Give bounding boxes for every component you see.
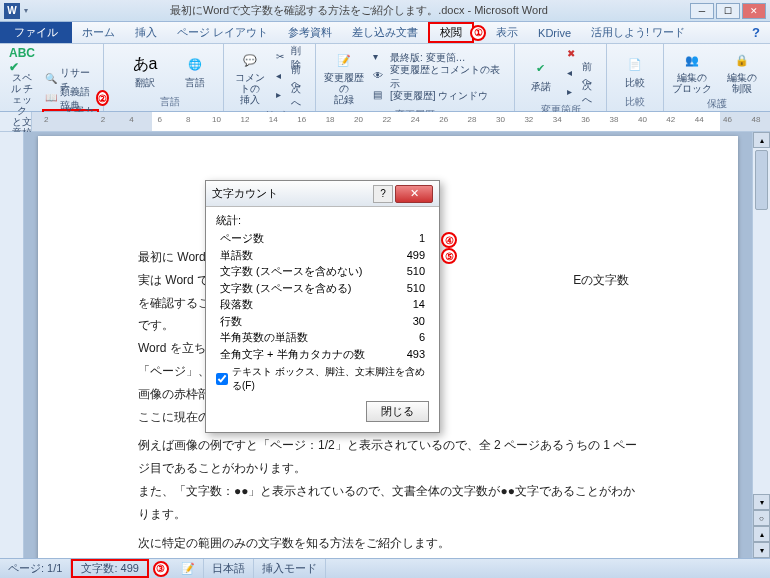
restrict-editing-button[interactable]: 🔒編集の 制限: [718, 46, 766, 96]
callout-5: ⑤: [441, 248, 457, 264]
reject-icon: ✖: [567, 48, 581, 62]
dialog-title: 文字カウント: [212, 186, 373, 201]
tab-insert[interactable]: 挿入: [125, 22, 167, 43]
stat-label: 行数: [220, 313, 242, 330]
maximize-button[interactable]: ☐: [716, 3, 740, 19]
tab-kdrive[interactable]: KDrive: [528, 22, 581, 43]
include-textbox-checkbox[interactable]: [216, 373, 228, 385]
next-comment-button[interactable]: ▸次へ: [273, 87, 311, 105]
ribbon-group-proofing: ABC✔ スペル チェック と文章校正 🔍リサーチ 📖類義語辞典 123文字カウ…: [0, 44, 104, 111]
compare-icon: 📄: [621, 53, 649, 77]
status-bar: ページ: 1/1 文字数: 499 ③ 📝 日本語 挿入モード: [0, 558, 770, 578]
prev-page-button[interactable]: ▴: [753, 526, 770, 542]
ribbon: ABC✔ スペル チェック と文章校正 🔍リサーチ 📖類義語辞典 123文字カウ…: [0, 44, 770, 112]
dropdown-icon: ▾: [373, 51, 387, 65]
language-icon: 🌐: [181, 53, 209, 77]
reviewing-pane-button[interactable]: ▤[変更履歴] ウィンドウ: [370, 87, 510, 105]
next-change-button[interactable]: ▸次へ: [564, 84, 602, 102]
word-app-icon: W: [4, 3, 20, 19]
comment-icon: 💬: [236, 48, 264, 72]
language-button[interactable]: 🌐言語: [171, 46, 219, 94]
include-textbox-label: テキスト ボックス、脚注、文末脚注を含める(F): [232, 365, 429, 393]
stat-label: 文字数 (スペースを含めない): [220, 263, 362, 280]
lock-icon: 🔒: [728, 48, 756, 72]
ribbon-tabs: ファイル ホーム 挿入 ページ レイアウト 参考資料 差し込み文書 校閲 ① 表…: [0, 22, 770, 44]
stat-value: 510: [389, 263, 425, 280]
new-comment-button[interactable]: 💬コメントの 挿入: [228, 46, 271, 107]
tab-view[interactable]: 表示: [486, 22, 528, 43]
vertical-scrollbar[interactable]: ▴ ▾ ○ ▴ ▾: [752, 132, 770, 558]
stat-row: 全角文字 + 半角カタカナの数493: [216, 346, 429, 363]
thesaurus-icon: 📖: [45, 92, 57, 106]
ribbon-group-protect: 👥編集の ブロック 🔒編集の 制限 保護: [664, 44, 770, 111]
track-changes-button[interactable]: 📝変更履歴の 記録: [320, 46, 368, 107]
callout-4: ④: [441, 232, 457, 248]
show-markup-button[interactable]: 👁変更履歴とコメントの表示: [370, 68, 510, 86]
horizontal-ruler[interactable]: 2246810121416182022242628303234363840424…: [0, 112, 770, 132]
ribbon-group-compare: 📄比較 比較: [607, 44, 664, 111]
status-language[interactable]: 日本語: [204, 559, 254, 578]
tab-review[interactable]: 校閲: [428, 22, 474, 43]
prev-icon: ◂: [276, 70, 288, 84]
dialog-close-button[interactable]: ✕: [395, 185, 433, 203]
scroll-down-button[interactable]: ▾: [753, 494, 770, 510]
tab-references[interactable]: 参考資料: [278, 22, 342, 43]
callout-1: ①: [470, 25, 486, 41]
tab-use[interactable]: 活用しよう! ワード: [581, 22, 695, 43]
ribbon-group-comments: 💬コメントの 挿入 ✂削除 ◂前へ ▸次へ コメント: [224, 44, 316, 111]
status-insert-mode[interactable]: 挿入モード: [254, 559, 326, 578]
stat-row: ページ数1: [216, 230, 429, 247]
next-change-icon: ▸: [567, 86, 579, 100]
stat-label: 全角文字 + 半角カタカナの数: [220, 346, 365, 363]
accept-icon: ✔: [527, 57, 555, 81]
next-icon: ▸: [276, 89, 288, 103]
stat-label: 文字数 (スペースを含める): [220, 280, 351, 297]
stat-label: 段落数: [220, 296, 253, 313]
vertical-ruler[interactable]: [0, 132, 24, 558]
status-wordcount[interactable]: 文字数: 499: [71, 559, 148, 578]
block-icon: 👥: [678, 48, 706, 72]
stat-value: 6: [389, 329, 425, 346]
spellcheck-icon: ABC✔: [8, 48, 36, 72]
close-button[interactable]: ✕: [742, 3, 766, 19]
browse-object-button[interactable]: ○: [753, 510, 770, 526]
block-authors-button[interactable]: 👥編集の ブロック: [668, 46, 716, 96]
help-icon[interactable]: ?: [742, 22, 770, 43]
status-input-indicator[interactable]: 📝: [173, 559, 204, 578]
para: また、「文字数：●●」と表示されているので、文書全体の文字数が●●文字であること…: [138, 480, 638, 526]
markup-icon: 👁: [373, 70, 387, 84]
translate-button[interactable]: あa翻訳: [121, 46, 169, 94]
tab-home[interactable]: ホーム: [72, 22, 125, 43]
stat-row: 段落数14: [216, 296, 429, 313]
tab-layout[interactable]: ページ レイアウト: [167, 22, 278, 43]
tab-file[interactable]: ファイル: [0, 22, 72, 43]
ribbon-group-tracking: 📝変更履歴の 記録 ▾最終版: 変更箇… 👁変更履歴とコメントの表示 ▤[変更履…: [316, 44, 515, 111]
stat-row: 半角英数の単語数6: [216, 329, 429, 346]
stat-row: 文字数 (スペースを含めない)510: [216, 263, 429, 280]
translate-icon: あa: [131, 53, 159, 77]
minimize-button[interactable]: ─: [690, 3, 714, 19]
scroll-thumb[interactable]: [755, 150, 768, 210]
callout-3: ③: [153, 561, 169, 577]
ribbon-group-language: あa翻訳 🌐言語 言語: [117, 44, 224, 111]
stat-value: 30: [389, 313, 425, 330]
research-icon: 🔍: [45, 73, 57, 87]
stat-row: 文字数 (スペースを含める)510: [216, 280, 429, 297]
compare-button[interactable]: 📄比較: [611, 46, 659, 94]
scroll-up-button[interactable]: ▴: [753, 132, 770, 148]
stat-label: ページ数: [220, 230, 264, 247]
stat-value: 510: [389, 280, 425, 297]
dialog-titlebar[interactable]: 文字カウント ? ✕: [206, 181, 439, 207]
dialog-help-button[interactable]: ?: [373, 185, 393, 203]
dialog-close-ok-button[interactable]: 閉じる: [366, 401, 429, 422]
stat-label: 半角英数の単語数: [220, 329, 308, 346]
status-page[interactable]: ページ: 1/1: [0, 559, 71, 578]
track-icon: 📝: [330, 48, 358, 72]
accept-button[interactable]: ✔承諾: [519, 46, 562, 102]
tab-mailings[interactable]: 差し込み文書: [342, 22, 428, 43]
para: 次に特定の範囲のみの文字数を知る方法をご紹介します。: [138, 532, 638, 555]
stat-value: 499: [389, 247, 425, 264]
next-page-button[interactable]: ▾: [753, 542, 770, 558]
para: 例えば画像の例ですと「ページ：1/2」と表示されているので、全 2 ページあるう…: [138, 434, 638, 480]
stat-value: 493: [389, 346, 425, 363]
